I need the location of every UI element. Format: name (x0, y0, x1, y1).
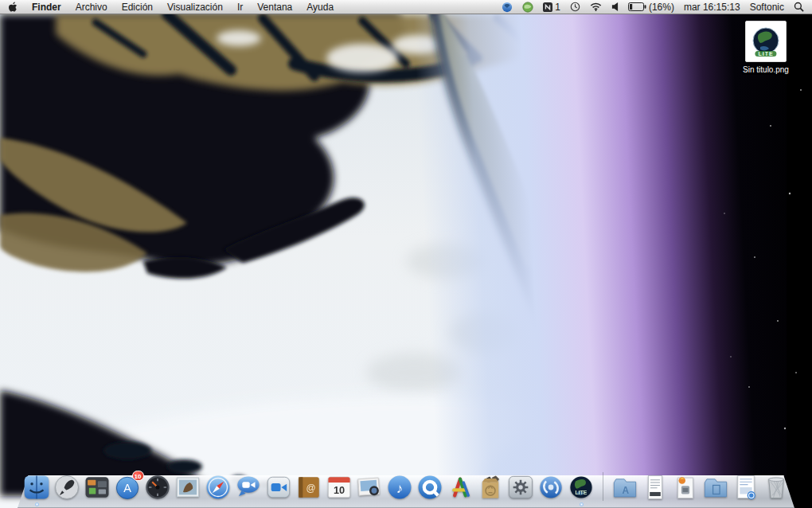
svg-text:♪: ♪ (396, 481, 403, 496)
running-indicator (580, 502, 584, 506)
menu-items: FinderArchivoEdiciónVisualizaciónIrVenta… (25, 0, 341, 14)
apple-menu[interactable] (8, 2, 18, 13)
svg-text:LITE: LITE (575, 490, 587, 495)
dock-quicktime-icon[interactable] (416, 474, 443, 501)
dock-address-book-icon[interactable]: @ (295, 474, 322, 501)
svg-text:A: A (123, 482, 131, 494)
dock-paper-bag-app-icon[interactable] (477, 474, 504, 501)
svg-text:A: A (622, 485, 629, 496)
file-name: Sin titulo.png (731, 65, 801, 74)
apple-icon (8, 2, 18, 13)
dock-installer-doc-icon[interactable] (672, 474, 699, 501)
space (787, 14, 812, 508)
status-spotlight-icon[interactable] (794, 2, 804, 12)
dock-web-document-icon[interactable] (732, 474, 759, 501)
dock-dashboard-icon[interactable] (144, 474, 171, 501)
menu-edición[interactable]: Edición (115, 0, 160, 14)
svg-text:@: @ (306, 483, 315, 494)
menu-visualización[interactable]: Visualización (160, 0, 230, 14)
dock-mission-control-icon[interactable] (84, 474, 111, 501)
status-earthdesk-globe-icon[interactable] (502, 2, 513, 13)
desktop-file-icon[interactable]: LITE Sin titulo.png (731, 21, 801, 74)
dock-system-preferences-icon[interactable] (507, 474, 534, 501)
dock-items: A10@10♪LITEA (0, 472, 812, 501)
dock: A10@10♪LITEA (0, 463, 812, 508)
dock-launchpad-icon[interactable] (53, 474, 80, 501)
app-extra-icon-text: 1 (555, 0, 560, 14)
menu-finder[interactable]: Finder (25, 0, 68, 14)
dock-colorful-a-app-icon[interactable] (447, 474, 474, 501)
dock-blue-swirl-app-icon[interactable] (537, 474, 564, 501)
battery-icon-text: (16%) (649, 0, 674, 14)
status-battery-icon[interactable]: (16%) (628, 0, 674, 14)
status-softonic-menu[interactable]: Softonic (750, 0, 784, 14)
lite-badge: LITE (755, 51, 776, 57)
dock-separator (603, 472, 603, 501)
status-clock-icon[interactable] (570, 2, 580, 12)
status-app-extra-icon[interactable]: 1 (543, 0, 560, 14)
dock-ical-icon[interactable]: 10 (326, 474, 353, 501)
status-wifi-icon[interactable] (590, 2, 602, 11)
dock-iphoto-icon[interactable] (356, 474, 383, 501)
dock-itunes-icon[interactable]: ♪ (386, 474, 413, 501)
dock-trash-icon[interactable] (763, 474, 790, 501)
dock-documents-stack-icon[interactable] (642, 474, 669, 501)
dock-facetime-icon[interactable] (265, 474, 292, 501)
wallpaper (0, 14, 812, 508)
status-time-text[interactable]: mar 16:15:13 (684, 0, 740, 14)
dock-documents-folder-icon[interactable] (702, 474, 729, 501)
status-volume-icon[interactable] (611, 2, 619, 11)
atmosphere-glow (412, 14, 812, 508)
desktop: FinderArchivoEdiciónVisualizaciónIrVenta… (0, 0, 812, 508)
menu-ayuda[interactable]: Ayuda (299, 0, 341, 14)
menu-ir[interactable]: Ir (230, 0, 250, 14)
dock-finder-icon[interactable] (23, 474, 50, 501)
dock-app-store-icon[interactable]: A10 (114, 474, 141, 501)
menu-ventana[interactable]: Ventana (250, 0, 299, 14)
app-store-badge: 10 (132, 471, 144, 481)
running-indicator (35, 502, 39, 506)
menu-bar: FinderArchivoEdiciónVisualizaciónIrVenta… (0, 0, 812, 14)
menu-archivo[interactable]: Archivo (68, 0, 115, 14)
status-green-globe-icon[interactable] (522, 2, 533, 13)
status-items: 1(16%)mar 16:15:13Softonic (502, 0, 804, 14)
file-thumbnail: LITE (745, 21, 787, 62)
dock-ichat-icon[interactable] (235, 474, 262, 501)
svg-text:10: 10 (333, 485, 344, 497)
dock-mail-icon[interactable] (174, 474, 201, 501)
time-text-text: mar 16:15:13 (684, 0, 740, 14)
dock-safari-icon[interactable] (205, 474, 232, 501)
dock-applications-folder-icon[interactable]: A (611, 474, 638, 501)
dock-earthdesk-lite-icon[interactable]: LITE (568, 474, 595, 501)
softonic-menu-text: Softonic (750, 0, 784, 14)
